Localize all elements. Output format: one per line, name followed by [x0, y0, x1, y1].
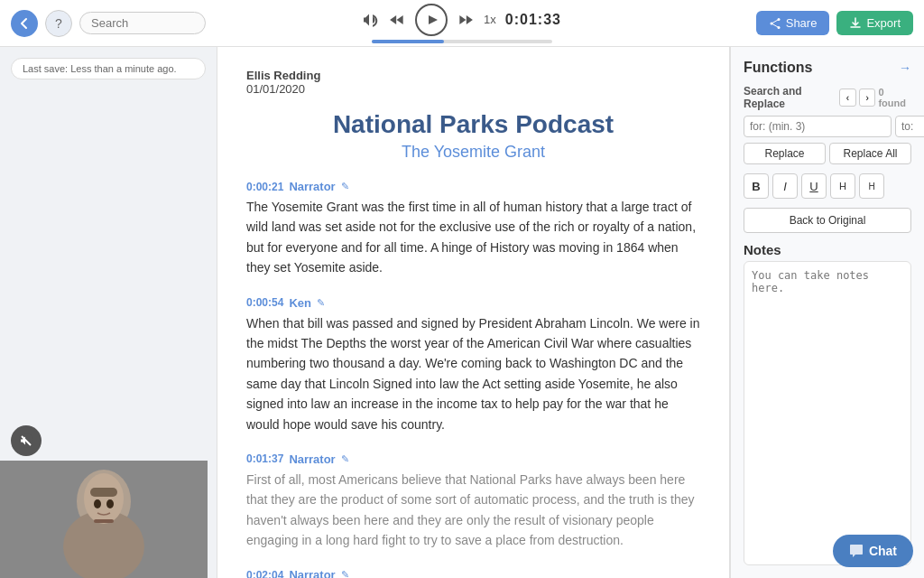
fast-forward-button[interactable] [457, 11, 475, 29]
segment-meta-2: 0:01:37 Narrator ✎ [246, 452, 700, 466]
segment-meta-1: 0:00:54 Ken ✎ [246, 296, 700, 310]
sr-prev-button[interactable]: ‹ [839, 89, 856, 107]
play-button[interactable] [415, 4, 448, 36]
format-h2-button[interactable]: H [859, 173, 884, 199]
transcript-panel[interactable]: Ellis Redding 01/01/2020 National Parks … [217, 47, 730, 578]
sr-found-count: 0 found [878, 87, 911, 108]
thumbnail-image [0, 461, 208, 578]
topbar-right: Share Export [691, 11, 913, 35]
svg-point-10 [84, 473, 124, 524]
left-panel: Last save: Less than a minute ago. [0, 47, 217, 578]
segment-speaker-3: Narrator [289, 568, 335, 578]
chat-button[interactable]: Chat [833, 535, 913, 567]
segment-speaker-0: Narrator [289, 180, 335, 193]
notes-title: Notes [744, 242, 911, 257]
doc-date: 01/01/2020 [246, 82, 700, 96]
topbar: ? [0, 0, 924, 47]
segment-text-1: When that bill was passed and signed by … [246, 313, 700, 434]
segment-meta-0: 0:00:21 Narrator ✎ [246, 180, 700, 193]
right-panel: Functions → Search and Replace ‹ › 0 fou… [730, 47, 924, 578]
rewind-button[interactable] [388, 11, 406, 29]
sr-next-button[interactable]: › [859, 89, 876, 107]
sr-buttons: Replace Replace All [744, 143, 911, 164]
back-to-original-button[interactable]: Back to Original [744, 208, 911, 233]
time-label: 0:01:33 [505, 12, 561, 28]
segment-time-0: 0:00:21 [246, 181, 283, 193]
segment-text-0: The Yosemite Grant was the first time in… [246, 197, 700, 278]
doc-title: National Parks Podcast [246, 110, 700, 139]
functions-title: Functions [744, 60, 812, 76]
topbar-center: 1x 0:01:33 [240, 4, 684, 43]
svg-rect-14 [94, 519, 114, 523]
search-replace-section: Search and Replace ‹ › 0 found Replace R… [744, 85, 911, 164]
format-bold-button[interactable]: B [744, 173, 769, 199]
topbar-left: ? [11, 10, 233, 37]
format-underline-button[interactable]: U [801, 173, 827, 199]
main: Last save: Less than a minute ago. [0, 47, 924, 578]
edit-icon-2[interactable]: ✎ [341, 453, 349, 465]
export-button[interactable]: Export [836, 11, 913, 35]
speed-label: 1x [484, 13, 496, 26]
last-save-badge: Last save: Less than a minute ago. [11, 58, 206, 79]
svg-point-12 [94, 499, 101, 508]
segment-2: 0:01:37 Narrator ✎ First of all, most Am… [246, 452, 700, 551]
replace-button[interactable]: Replace [744, 143, 826, 164]
back-button[interactable] [11, 10, 38, 37]
svg-point-13 [106, 499, 114, 508]
segments-container: 0:00:21 Narrator ✎ The Yosemite Grant wa… [246, 180, 700, 578]
progress-bar-fill [372, 40, 444, 43]
sr-nav: ‹ › 0 found [839, 87, 911, 108]
segment-0: 0:00:21 Narrator ✎ The Yosemite Grant wa… [246, 180, 700, 278]
functions-arrow-button[interactable]: → [899, 61, 911, 75]
functions-header: Functions → [744, 60, 911, 76]
thumbnail [0, 461, 208, 578]
svg-line-3 [772, 19, 779, 23]
notes-textarea[interactable] [744, 261, 911, 565]
sr-for-input[interactable] [744, 116, 892, 137]
audio-controls: 1x 0:01:33 [363, 4, 561, 36]
notes-section: Notes [744, 242, 911, 565]
segment-speaker-1: Ken [289, 296, 311, 310]
edit-icon-1[interactable]: ✎ [317, 297, 325, 309]
segment-meta-3: 0:02:04 Narrator ✎ [246, 568, 700, 578]
segment-3: 0:02:04 Narrator ✎ In the 19th century u… [246, 568, 700, 578]
segment-text-2: First of all, most Americans believe tha… [246, 470, 700, 551]
edit-icon-0[interactable]: ✎ [341, 181, 349, 192]
doc-author: Ellis Redding [246, 69, 700, 82]
help-button[interactable]: ? [45, 10, 72, 37]
share-button[interactable]: Share [756, 11, 830, 35]
replace-all-button[interactable]: Replace All [829, 143, 911, 164]
mute-button[interactable] [11, 425, 42, 456]
segment-speaker-2: Narrator [289, 452, 335, 466]
svg-line-4 [772, 23, 779, 28]
svg-rect-11 [90, 488, 117, 497]
segment-1: 0:00:54 Ken ✎ When that bill was passed … [246, 296, 700, 434]
doc-header: Ellis Redding 01/01/2020 [246, 69, 700, 96]
search-input[interactable] [79, 12, 206, 34]
format-buttons: B I U H H [744, 173, 911, 199]
segment-time-2: 0:01:37 [246, 452, 283, 465]
volume-button[interactable] [363, 12, 379, 28]
segment-time-1: 0:00:54 [246, 296, 283, 309]
segment-time-3: 0:02:04 [246, 569, 283, 578]
sr-to-input[interactable] [895, 116, 924, 137]
doc-subtitle: The Yosemite Grant [246, 143, 700, 162]
format-h1-button[interactable]: H [830, 173, 855, 199]
search-replace-label: Search and Replace ‹ › 0 found [744, 85, 911, 110]
progress-bar[interactable] [372, 40, 552, 43]
format-italic-button[interactable]: I [772, 173, 798, 199]
edit-icon-3[interactable]: ✎ [341, 569, 349, 578]
sr-inputs [744, 116, 911, 137]
